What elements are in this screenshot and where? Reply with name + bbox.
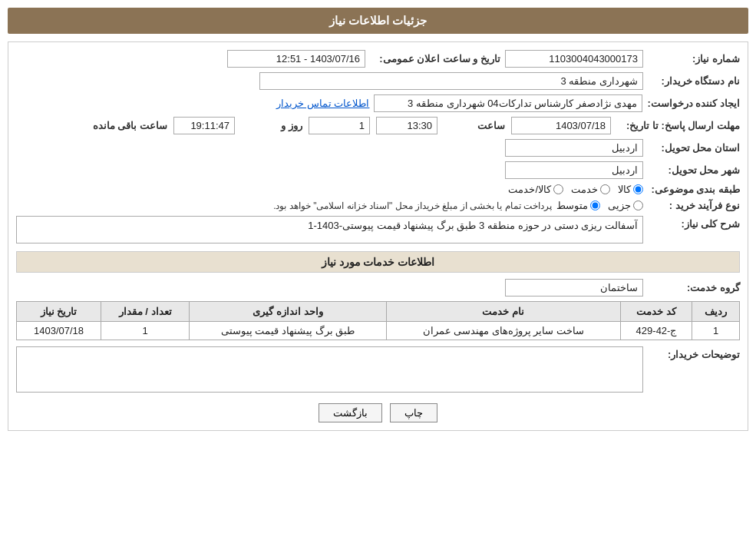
remaining-label: ساعت باقی مانده: [93, 120, 167, 131]
creator-row: ایجاد کننده درخواست: مهدی نژادصفر کارشنا…: [16, 94, 740, 112]
need-number-label: شماره نیاز:: [648, 53, 740, 65]
main-content: شماره نیاز: 1103004043000173 تاریخ و ساع…: [8, 41, 748, 431]
city-row: شهر محل تحویل: اردبیل: [16, 161, 740, 179]
table-row: 1ج-42-429ساخت سایر پروژه‌های مهندسی عمرا…: [17, 322, 740, 340]
response-time-label: ساعت: [444, 120, 505, 131]
services-table: ردیف کد خدمت نام خدمت واحد اندازه گیری ت…: [16, 301, 740, 340]
category-radio-group: کالا خدمت کالا/خدمت: [508, 184, 643, 195]
purchase-type-motavasset-radio[interactable]: [590, 200, 600, 210]
need-description-label: شرح کلی نیاز:: [648, 216, 740, 230]
city-label: شهر محل تحویل:: [648, 164, 740, 176]
province-row: استان محل تحویل: اردبیل: [16, 139, 740, 157]
buyer-notes-label: توضیحات خریدار:: [648, 346, 740, 360]
page-title: جزئیات اطلاعات نیاز: [329, 14, 427, 27]
province-field: اردبیل: [505, 139, 643, 157]
response-time-field: 13:30: [376, 117, 437, 134]
response-days-field: 1: [309, 117, 370, 134]
action-buttons: چاپ بازگشت: [16, 403, 740, 422]
col-qty: تعداد / مقدار: [101, 302, 190, 322]
category-kala-item: کالا: [618, 184, 643, 195]
services-section-title: اطلاعات خدمات مورد نیاز: [16, 251, 740, 273]
buyer-notes-field[interactable]: [16, 346, 643, 393]
service-group-label: گروه خدمت:: [648, 282, 740, 293]
purchase-type-note: پرداخت تمام یا بخشی از مبلغ خریداز محل "…: [273, 200, 552, 211]
announcement-date-field: 1403/07/16 - 12:51: [227, 50, 365, 68]
purchase-type-radio-group: جزیی متوسط: [556, 200, 643, 211]
print-button[interactable]: چاپ: [390, 403, 437, 422]
province-label: استان محل تحویل:: [648, 142, 740, 154]
service-group-field: ساختمان: [505, 279, 643, 297]
col-name: نام خدمت: [386, 302, 620, 322]
category-kala-radio[interactable]: [633, 184, 643, 194]
col-date: تاریخ نیاز: [17, 302, 101, 322]
remaining-time-field: 19:11:47: [173, 117, 235, 134]
purchase-type-jozi-item: جزیی: [608, 200, 643, 211]
category-label: طبقه بندی موضوعی:: [648, 184, 740, 195]
contact-link[interactable]: اطلاعات تماس خریدار: [276, 98, 369, 109]
buyer-notes-row: توضیحات خریدار:: [16, 346, 740, 393]
response-date-field: 1403/07/18: [511, 117, 611, 134]
table-header-row: ردیف کد خدمت نام خدمت واحد اندازه گیری ت…: [17, 302, 740, 322]
page-header: جزئیات اطلاعات نیاز: [8, 8, 748, 34]
category-both-radio[interactable]: [553, 184, 563, 194]
need-number-field: 1103004043000173: [505, 50, 643, 68]
creator-field: مهدی نژادصفر کارشناس تداركات04 شهرداری م…: [374, 94, 642, 112]
purchase-type-label: نوع فرآیند خرید :: [648, 200, 740, 211]
back-button[interactable]: بازگشت: [319, 403, 382, 422]
buyer-org-label: نام دستگاه خریدار:: [648, 75, 740, 87]
city-field: اردبیل: [505, 161, 643, 179]
announcement-date-label: تاریخ و ساعت اعلان عمومی:: [370, 53, 500, 65]
need-description-row: شرح کلی نیاز: آسفالت ریزی دستی در حوزه م…: [16, 216, 740, 243]
buyer-org-field: شهرداری منطقه 3: [259, 72, 643, 90]
buyer-org-row: نام دستگاه خریدار: شهرداری منطقه 3: [16, 72, 740, 90]
need-description-field: آسفالت ریزی دستی در حوزه منطقه 3 طبق برگ…: [16, 216, 643, 243]
col-unit: واحد اندازه گیری: [190, 302, 387, 322]
col-row: ردیف: [692, 302, 740, 322]
response-deadline-row: مهلت ارسال پاسخ: تا تاریخ: 1403/07/18 سا…: [16, 117, 740, 134]
creator-label: ایجاد کننده درخواست:: [647, 98, 740, 109]
category-row: طبقه بندی موضوعی: کالا خدمت کالا/خدمت: [16, 184, 740, 195]
purchase-type-motavasset-item: متوسط: [556, 200, 600, 211]
response-day-label: روز و: [241, 120, 302, 131]
service-group-row: گروه خدمت: ساختمان: [16, 279, 740, 297]
category-khadamat-item: خدمت: [571, 184, 610, 195]
response-deadline-label: مهلت ارسال پاسخ: تا تاریخ:: [617, 120, 740, 131]
col-code: کد خدمت: [620, 302, 692, 322]
purchase-type-jozi-radio[interactable]: [633, 200, 643, 210]
category-khadamat-radio[interactable]: [600, 184, 610, 194]
purchase-type-row: نوع فرآیند خرید : جزیی متوسط پرداخت تمام…: [16, 200, 740, 211]
need-number-row: شماره نیاز: 1103004043000173 تاریخ و ساع…: [16, 50, 740, 68]
category-both-item: کالا/خدمت: [508, 184, 563, 195]
